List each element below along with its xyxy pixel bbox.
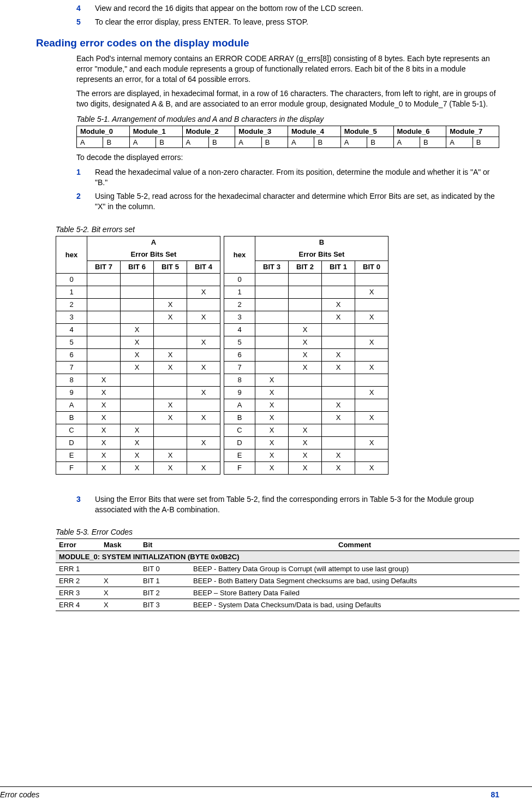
module-cell: B	[420, 137, 446, 148]
bit-cell: X	[355, 411, 388, 424]
bit-cell: X	[255, 449, 289, 461]
bit-cell: X	[289, 461, 322, 474]
bit-cell	[121, 311, 154, 323]
bit-cell	[187, 399, 220, 411]
bit-cell: X	[289, 348, 322, 361]
bit-cell	[87, 273, 121, 286]
bit-cell	[121, 286, 154, 298]
hex-cell: 8	[224, 374, 255, 386]
bit-cell: X	[289, 323, 322, 336]
bit-cell: X	[87, 374, 121, 386]
bit-cell: X	[154, 361, 187, 374]
bit-cell: X	[355, 336, 388, 348]
bit-cell	[87, 311, 121, 323]
table-row: ERR 3XBIT 2BEEP – Store Battery Data Fai…	[56, 587, 519, 599]
step-text: Using Table 5-2, read across for the hex…	[95, 191, 499, 212]
bit-cell: X	[322, 461, 355, 474]
body-para-1: Each Pod's internal memory contains an E…	[76, 54, 499, 85]
bit-cell: X	[121, 323, 154, 336]
hex-cell: 6	[56, 348, 87, 361]
bit-cell	[355, 424, 388, 436]
module-cell: B	[103, 137, 129, 148]
step-3: 3 Using the Error Bits that were set fro…	[76, 494, 499, 515]
t52-sub-b: Error Bits Set	[255, 248, 388, 261]
bit-cell: X	[255, 399, 289, 411]
module-title-row: MODULE_0: SYSTEM INITIALIZATION (BYTE 0x…	[56, 551, 519, 563]
hex-cell: C	[56, 424, 87, 436]
step-number: 1	[76, 167, 95, 188]
err-cell: ERR 1	[56, 563, 100, 575]
hex-cell: E	[224, 449, 255, 461]
bit-cell: X	[154, 399, 187, 411]
table-row: CXXCXX	[56, 424, 388, 436]
bit-cell	[121, 298, 154, 311]
table-row: ERR 4XBIT 3BEEP - System Data Checksum/D…	[56, 599, 519, 611]
bit-cell: X	[187, 411, 220, 424]
comment-cell: BEEP - System Data Checksum/Data is bad,…	[190, 599, 519, 611]
hex-cell: 8	[56, 374, 87, 386]
bit-cell: X	[355, 461, 388, 474]
bit-cell: X	[154, 311, 187, 323]
hex-cell: 0	[224, 273, 255, 286]
bit-cell	[355, 348, 388, 361]
bit-cell	[289, 311, 322, 323]
bit-cell	[87, 286, 121, 298]
bit-cell: X	[255, 424, 289, 436]
step-text: View and record the 16 digits that appea…	[95, 3, 499, 14]
table-row: 7XXX7XXX	[56, 361, 388, 374]
bit-cell: BIT 0	[140, 563, 190, 575]
t52-title-b: B	[255, 236, 388, 248]
bit-cell	[154, 336, 187, 348]
module-header: Module_0	[77, 126, 130, 137]
t53-header: Bit	[140, 539, 190, 551]
hex-cell: 2	[56, 298, 87, 311]
bit-cell	[289, 273, 322, 286]
module-cell: B	[314, 137, 340, 148]
bit-cell	[87, 348, 121, 361]
body-para-3: To decode the displayed errors:	[76, 152, 499, 163]
bit-cell: X	[187, 361, 220, 374]
hex-cell: D	[224, 436, 255, 449]
bit-cell: X	[322, 298, 355, 311]
bit-cell: X	[187, 286, 220, 298]
bit-cell	[154, 374, 187, 386]
bit-cell: X	[121, 361, 154, 374]
bit-cell	[121, 374, 154, 386]
t52-sub-a: Error Bits Set	[87, 248, 220, 261]
bit-cell	[255, 336, 289, 348]
module-cell: B	[208, 137, 235, 148]
bit-cell	[154, 386, 187, 399]
t53-header: Error	[56, 539, 100, 551]
bit-cell	[87, 336, 121, 348]
bit-cell	[322, 386, 355, 399]
bit-cell	[322, 336, 355, 348]
step-item: 1Read the hexadecimal value of a non-zer…	[76, 167, 499, 188]
table-row: 3XX3XX	[56, 311, 388, 323]
bit-cell	[255, 348, 289, 361]
table-row: 9XX9XX	[56, 386, 388, 399]
table-row: ERR 2XBIT 1BEEP - Both Battery Data Segm…	[56, 575, 519, 587]
bit-cell: X	[322, 449, 355, 461]
bit-cell: X	[154, 298, 187, 311]
bit-cell	[87, 298, 121, 311]
bit-cell	[187, 348, 220, 361]
bit-cell: X	[154, 348, 187, 361]
module-header: Module_5	[340, 126, 393, 137]
step-item: 2Using Table 5-2, read across for the he…	[76, 191, 499, 212]
err-cell: ERR 2	[56, 575, 100, 587]
err-cell: ERR 4	[56, 599, 100, 611]
bit-cell: X	[322, 348, 355, 361]
hex-cell: 4	[56, 323, 87, 336]
bit-cell	[187, 323, 220, 336]
module-cell: A	[340, 137, 367, 148]
module-header: Module_2	[182, 126, 235, 137]
hex-cell: B	[56, 411, 87, 424]
mask-cell: X	[100, 575, 140, 587]
module-cell: B	[367, 137, 393, 148]
step-text: Read the hexadecimal value of a non-zero…	[95, 167, 499, 188]
bit-cell	[322, 286, 355, 298]
module-cell: B	[261, 137, 288, 148]
bit-cell	[121, 411, 154, 424]
table-row: 8X8X	[56, 374, 388, 386]
step-number: 5	[76, 17, 95, 27]
